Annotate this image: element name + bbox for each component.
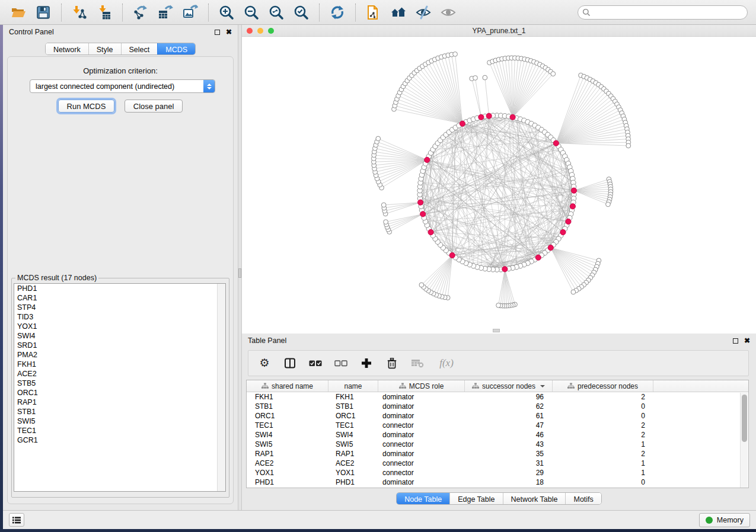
table-scrollbar-thumb[interactable] xyxy=(742,395,747,442)
mcds-result-item[interactable]: FKH1 xyxy=(14,360,225,369)
run-mcds-button[interactable]: Run MCDS xyxy=(58,100,115,113)
unselect-all-checkboxes-icon[interactable] xyxy=(334,357,347,370)
mcds-result-item[interactable]: ORC1 xyxy=(14,388,225,398)
mcds-result-item[interactable]: SRD1 xyxy=(14,341,225,350)
mcds-result-list[interactable]: PHD1CAR1STP4TID3YOX1SWI4SRD1PMA2FKH1ACE2… xyxy=(14,283,226,492)
show-graphics-details-icon[interactable] xyxy=(439,3,458,22)
table-cell: dominator xyxy=(378,402,465,411)
table-cell: 1 xyxy=(553,459,653,467)
tab-mcds[interactable]: MCDS xyxy=(157,43,195,55)
search-icon xyxy=(582,8,591,17)
gear-icon[interactable]: ⚙ xyxy=(258,357,271,370)
zoom-fit-icon[interactable] xyxy=(267,3,286,22)
table-row[interactable]: STB1STB1dominator620 xyxy=(247,402,748,411)
tab-select[interactable]: Select xyxy=(121,43,158,55)
close-panel-button[interactable]: Close panel xyxy=(125,100,183,113)
add-icon[interactable] xyxy=(360,357,373,370)
float-panel-icon[interactable] xyxy=(733,338,738,344)
column-header-name[interactable]: name xyxy=(328,380,378,392)
memory-button[interactable]: Memory xyxy=(699,513,750,527)
mcds-result-item[interactable]: RAP1 xyxy=(14,398,225,407)
table-row[interactable]: YOX1YOX1connector291 xyxy=(247,468,748,477)
tab-style[interactable]: Style xyxy=(88,43,121,55)
table-row[interactable]: SWI5SWI5connector431 xyxy=(247,440,748,449)
memory-status-icon xyxy=(706,517,713,524)
mcds-result-item[interactable]: CAR1 xyxy=(14,293,225,303)
tab-network[interactable]: Network xyxy=(46,43,88,55)
mcds-result-item[interactable]: TID3 xyxy=(14,312,225,322)
export-image-icon[interactable] xyxy=(181,3,200,22)
column-header-successor-nodes[interactable]: successor nodes xyxy=(465,380,553,392)
export-table-icon[interactable] xyxy=(156,3,175,22)
control-panel-title: Control Panel xyxy=(9,28,54,36)
close-panel-icon[interactable]: ✖ xyxy=(226,29,232,35)
mcds-result-item[interactable]: TEC1 xyxy=(14,426,225,435)
import-network-icon[interactable] xyxy=(70,3,89,22)
table-row[interactable]: TEC1TEC1connector472 xyxy=(247,421,748,430)
org-chart-icon xyxy=(399,383,406,389)
node-table[interactable]: shared name name MCDS role successor nod… xyxy=(246,380,749,488)
optimization-criterion-label: Optimization criterion: xyxy=(8,66,233,75)
table-cell: 62 xyxy=(465,402,553,411)
vertical-splitter[interactable] xyxy=(238,25,242,510)
mcds-result-item[interactable]: PMA2 xyxy=(14,350,225,360)
mcds-result-item[interactable]: STB1 xyxy=(14,407,225,416)
zoom-selected-icon[interactable] xyxy=(292,3,311,22)
show-columns-icon[interactable] xyxy=(283,357,296,370)
table-row[interactable]: PHD1PHD1dominator180 xyxy=(247,477,748,487)
export-document-icon[interactable] xyxy=(364,3,383,22)
tab-network-table[interactable]: Network Table xyxy=(503,493,566,504)
toolbar-separator xyxy=(61,4,62,21)
column-header-predecessor-nodes[interactable]: predecessor nodes xyxy=(553,380,653,392)
mcds-result-item[interactable]: SWI4 xyxy=(14,331,225,341)
home-network-icon[interactable] xyxy=(389,3,408,22)
network-title: YPA_prune.txt_1 xyxy=(242,27,756,35)
optimization-criterion-select[interactable]: largest connected component (undirected) xyxy=(30,79,215,93)
zoom-out-icon[interactable] xyxy=(242,3,261,22)
select-all-checkboxes-icon[interactable] xyxy=(309,357,322,370)
close-panel-icon[interactable]: ✖ xyxy=(744,338,750,344)
zoom-in-icon[interactable] xyxy=(217,3,236,22)
mcds-result-item[interactable]: PHD1 xyxy=(14,284,225,293)
import-table-icon[interactable] xyxy=(95,3,114,22)
tab-edge-table[interactable]: Edge Table xyxy=(449,493,502,504)
tab-node-table[interactable]: Node Table xyxy=(397,493,449,504)
mcds-result-groupbox: MCDS result (17 nodes) PHD1CAR1STP4TID3Y… xyxy=(11,274,229,498)
open-icon[interactable] xyxy=(9,3,28,22)
splitter-grip[interactable] xyxy=(238,268,241,278)
network-graph[interactable] xyxy=(242,37,756,334)
table-row[interactable]: SWI4SWI4dominator462 xyxy=(247,430,748,440)
table-cell: 46 xyxy=(465,431,553,439)
hide-graphics-details-icon[interactable] xyxy=(414,3,433,22)
horizontal-splitter-grip[interactable] xyxy=(493,329,500,332)
table-row[interactable]: FKH1FKH1dominator962 xyxy=(247,392,748,402)
mcds-result-item[interactable]: YOX1 xyxy=(14,322,225,331)
column-header-shared-name[interactable]: shared name xyxy=(247,380,328,392)
column-header-mcds-role[interactable]: MCDS role xyxy=(378,380,465,392)
export-network-icon[interactable] xyxy=(131,3,150,22)
delete-icon[interactable] xyxy=(385,357,398,370)
mcds-result-item[interactable]: GCR1 xyxy=(14,435,225,445)
save-icon[interactable] xyxy=(34,3,53,22)
table-toolbar: ⚙ f(x) xyxy=(248,350,749,376)
network-view[interactable]: YPA_prune.txt_1 xyxy=(242,25,756,334)
table-cell: connector xyxy=(378,421,465,430)
table-row[interactable]: ACE2ACE2connector311 xyxy=(247,459,748,468)
mcds-result-item[interactable]: STB5 xyxy=(14,379,225,388)
refresh-layout-icon[interactable] xyxy=(328,3,347,22)
float-panel-icon[interactable] xyxy=(215,30,220,35)
table-cell: RAP1 xyxy=(328,450,378,458)
table-row[interactable]: RAP1RAP1dominator352 xyxy=(247,449,748,459)
mcds-result-item[interactable]: SWI5 xyxy=(14,416,225,426)
mcds-result-item[interactable]: STP4 xyxy=(14,303,225,312)
table-cell: 18 xyxy=(465,478,553,486)
mcds-result-item[interactable]: ACE2 xyxy=(14,369,225,379)
table-scrollbar[interactable] xyxy=(740,393,748,488)
table-cell: 2 xyxy=(553,421,653,430)
mcds-list-scrollbar[interactable] xyxy=(217,284,225,491)
table-cell: connector xyxy=(378,469,465,477)
task-history-button[interactable] xyxy=(9,513,24,527)
table-row[interactable]: ORC1ORC1dominator610 xyxy=(247,411,748,421)
search-input[interactable] xyxy=(591,7,747,18)
tab-motifs[interactable]: Motifs xyxy=(565,493,601,504)
